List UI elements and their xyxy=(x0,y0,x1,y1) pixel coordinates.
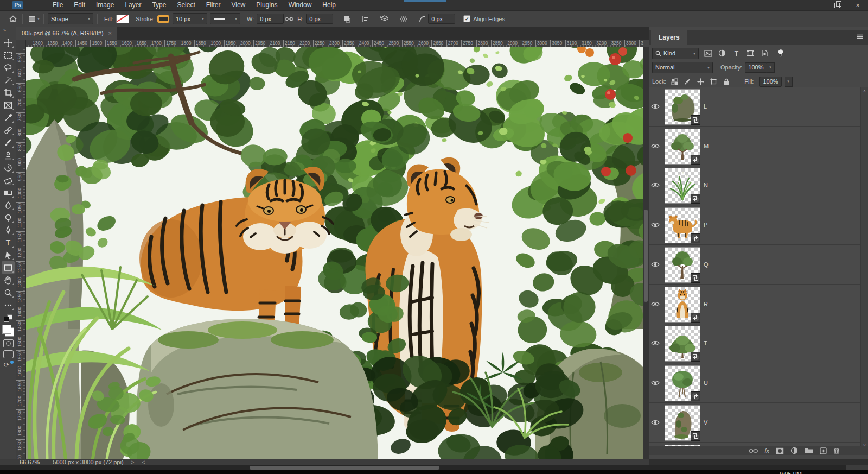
crop-tool[interactable] xyxy=(2,86,15,99)
layer-visibility-eye-icon[interactable] xyxy=(649,166,662,205)
edit-toolbar[interactable] xyxy=(2,299,15,311)
new-layer-icon[interactable] xyxy=(820,447,827,454)
home-icon[interactable] xyxy=(8,14,18,24)
fill-swatch[interactable] xyxy=(116,15,129,23)
stroke-style-select[interactable]: ▾ xyxy=(210,13,240,24)
panel-menu-icon[interactable] xyxy=(856,34,864,42)
filter-smart-objects-icon[interactable] xyxy=(760,48,769,58)
layer-row-l[interactable]: L xyxy=(649,87,860,127)
filter-type-layers-icon[interactable]: T xyxy=(731,48,741,58)
layer-name[interactable]: N xyxy=(704,166,708,205)
history-brush-tool[interactable] xyxy=(2,161,15,174)
layer-visibility-eye-icon[interactable] xyxy=(649,363,662,402)
close-icon[interactable]: × xyxy=(847,0,868,10)
tab-layers[interactable]: Layers xyxy=(651,30,687,45)
document-canvas[interactable] xyxy=(25,47,643,459)
eraser-tool[interactable] xyxy=(2,174,15,186)
horizontal-ruler[interactable]: 1300135014001450150015501600165017001750… xyxy=(25,40,643,47)
add-layer-mask-icon[interactable] xyxy=(776,447,784,454)
status-next-icon[interactable]: > xyxy=(131,459,135,465)
new-group-icon[interactable] xyxy=(805,447,813,454)
layer-thumbnail-rock-mossy[interactable] xyxy=(665,89,700,125)
layer-name[interactable]: T xyxy=(704,324,707,363)
layer-visibility-eye-icon[interactable] xyxy=(649,127,662,166)
shape-tool-preset-icon[interactable] xyxy=(27,14,37,24)
align-edges-checkbox[interactable]: ✓ xyxy=(463,15,470,22)
pen-tool[interactable] xyxy=(2,224,15,236)
healing-brush-tool[interactable] xyxy=(2,124,15,136)
layer-row-q[interactable]: Q xyxy=(649,245,860,285)
layer-row-m[interactable]: M xyxy=(649,127,860,166)
path-arrangement-icon[interactable] xyxy=(379,14,390,24)
screen-mode-icon[interactable] xyxy=(3,350,14,358)
lock-transparency-icon[interactable] xyxy=(669,77,679,86)
layer-row-r[interactable]: R xyxy=(649,285,860,324)
layer-name[interactable]: V xyxy=(704,403,707,442)
filter-kind-select[interactable]: Kind ▾ xyxy=(652,48,699,59)
menu-item-image[interactable]: Image xyxy=(91,0,119,10)
rectangle-tool[interactable] xyxy=(2,261,15,274)
move-tool[interactable] xyxy=(2,36,15,49)
lock-artboard-icon[interactable] xyxy=(709,77,718,86)
scrollbar-thumb[interactable] xyxy=(250,466,439,470)
scroll-up-icon[interactable]: ∧ xyxy=(863,89,866,93)
menu-item-window[interactable]: Window xyxy=(283,0,317,10)
layer-row-u[interactable]: U xyxy=(649,363,860,403)
menu-item-select[interactable]: Select xyxy=(171,0,200,10)
layer-visibility-eye-icon[interactable] xyxy=(649,324,662,363)
link-layers-icon[interactable] xyxy=(749,448,758,453)
link-dimensions-icon[interactable] xyxy=(284,14,295,24)
height-input[interactable]: 0 px xyxy=(306,14,333,24)
layer-thumbnail-tiger-standing[interactable] xyxy=(665,207,700,243)
layer-visibility-eye-icon[interactable] xyxy=(649,285,662,324)
filter-toggle-icon[interactable] xyxy=(776,48,786,58)
lock-position-icon[interactable] xyxy=(695,77,705,86)
lock-all-icon[interactable] xyxy=(722,77,731,86)
zoom-tool[interactable] xyxy=(2,286,15,299)
minimize-icon[interactable] xyxy=(806,0,827,10)
filter-pixel-layers-icon[interactable] xyxy=(703,48,713,58)
toolbar-collapse-icon[interactable]: » xyxy=(3,28,7,33)
layer-thumbnail-tree-tall[interactable] xyxy=(665,247,700,283)
fill-dropdown-icon[interactable]: ▾ xyxy=(785,77,793,87)
layer-name[interactable]: R xyxy=(704,285,708,324)
width-input[interactable]: 0 px xyxy=(257,14,284,24)
delete-layer-icon[interactable] xyxy=(833,447,840,454)
layer-thumbnail-bush[interactable] xyxy=(665,326,700,362)
close-tab-icon[interactable]: × xyxy=(108,30,112,36)
layer-name[interactable]: Q xyxy=(704,245,709,284)
brush-tool[interactable] xyxy=(2,136,15,149)
quick-mask-icon[interactable] xyxy=(3,339,14,347)
menu-item-filter[interactable]: Filter xyxy=(201,0,226,10)
new-adjustment-layer-icon[interactable] xyxy=(790,447,798,454)
hand-tool[interactable] xyxy=(2,274,15,286)
path-selection-tool[interactable] xyxy=(2,249,15,261)
filter-shape-layers-icon[interactable] xyxy=(745,48,755,58)
chevron-down-icon[interactable]: ▾ xyxy=(37,16,40,21)
layer-thumbnail-tiger-sitting[interactable] xyxy=(665,287,700,323)
document-tab[interactable]: 005.psd @ 66.7% (A, RGB/8#) × xyxy=(16,26,117,40)
menu-item-type[interactable]: Type xyxy=(146,0,171,10)
layer-thumbnail-rock-tall[interactable] xyxy=(665,405,700,441)
path-alignment-icon[interactable] xyxy=(360,14,371,24)
layer-name[interactable]: U xyxy=(704,363,708,402)
foreground-color-swatch[interactable] xyxy=(2,325,11,334)
restore-icon[interactable] xyxy=(827,0,847,10)
opacity-dropdown-icon[interactable]: ▾ xyxy=(767,62,775,73)
canvas-vertical-scrollbar[interactable] xyxy=(643,47,649,459)
default-colors-icon[interactable] xyxy=(4,314,12,322)
layer-name[interactable]: L xyxy=(704,87,707,126)
path-operations-icon[interactable] xyxy=(341,14,352,24)
layer-thumbnail-tree[interactable] xyxy=(665,129,700,165)
menu-item-layer[interactable]: Layer xyxy=(119,0,146,10)
menu-item-plugins[interactable]: Plugins xyxy=(251,0,283,10)
layer-name[interactable]: P xyxy=(704,205,707,244)
layer-row-t[interactable]: T xyxy=(649,324,860,363)
layer-effects-icon[interactable]: fx xyxy=(764,447,769,454)
blur-tool[interactable] xyxy=(2,199,15,211)
opacity-input[interactable]: 100% xyxy=(745,62,767,73)
layer-name[interactable]: M xyxy=(704,127,709,166)
stroke-swatch[interactable] xyxy=(157,15,169,23)
zoom-level[interactable]: 66.67% xyxy=(20,459,40,465)
foreground-background-swatch[interactable] xyxy=(2,325,14,337)
